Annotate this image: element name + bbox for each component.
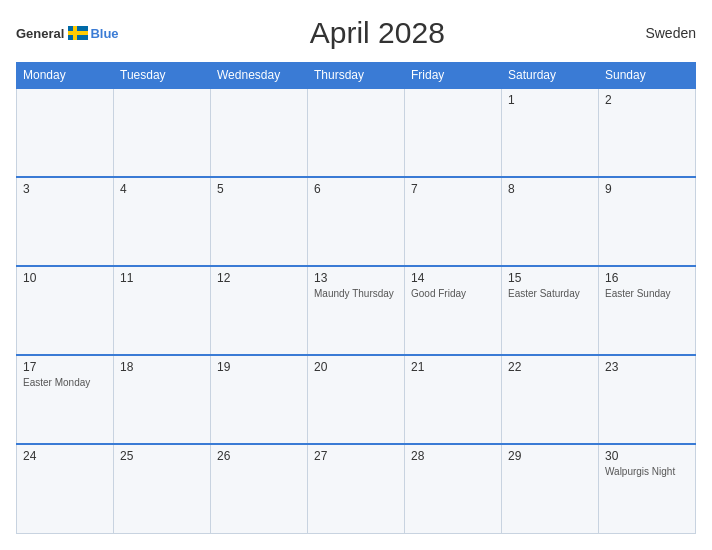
holiday-name: Easter Monday bbox=[23, 376, 107, 389]
country-label: Sweden bbox=[636, 25, 696, 41]
svg-rect-1 bbox=[68, 31, 88, 35]
week-row-3: 10111213Maundy Thursday14Good Friday15Ea… bbox=[17, 266, 696, 355]
week-row-5: 24252627282930Walpurgis Night bbox=[17, 444, 696, 533]
calendar-cell: 17Easter Monday bbox=[17, 355, 114, 444]
calendar-cell: 20 bbox=[308, 355, 405, 444]
weekday-header-tuesday: Tuesday bbox=[114, 63, 211, 89]
calendar-cell: 22 bbox=[502, 355, 599, 444]
calendar-cell bbox=[114, 88, 211, 177]
calendar-cell: 23 bbox=[599, 355, 696, 444]
calendar-cell: 28 bbox=[405, 444, 502, 533]
weekday-header-sunday: Sunday bbox=[599, 63, 696, 89]
day-number: 8 bbox=[508, 182, 592, 196]
calendar-cell bbox=[211, 88, 308, 177]
holiday-name: Easter Sunday bbox=[605, 287, 689, 300]
week-row-4: 17Easter Monday181920212223 bbox=[17, 355, 696, 444]
day-number: 26 bbox=[217, 449, 301, 463]
day-number: 15 bbox=[508, 271, 592, 285]
day-number: 14 bbox=[411, 271, 495, 285]
holiday-name: Good Friday bbox=[411, 287, 495, 300]
calendar-cell: 5 bbox=[211, 177, 308, 266]
day-number: 27 bbox=[314, 449, 398, 463]
calendar-cell: 18 bbox=[114, 355, 211, 444]
calendar-cell: 26 bbox=[211, 444, 308, 533]
calendar-cell: 1 bbox=[502, 88, 599, 177]
calendar-cell: 30Walpurgis Night bbox=[599, 444, 696, 533]
day-number: 10 bbox=[23, 271, 107, 285]
day-number: 3 bbox=[23, 182, 107, 196]
calendar-cell: 29 bbox=[502, 444, 599, 533]
day-number: 18 bbox=[120, 360, 204, 374]
calendar-cell: 21 bbox=[405, 355, 502, 444]
day-number: 9 bbox=[605, 182, 689, 196]
day-number: 20 bbox=[314, 360, 398, 374]
calendar-cell: 4 bbox=[114, 177, 211, 266]
holiday-name: Walpurgis Night bbox=[605, 465, 689, 478]
day-number: 25 bbox=[120, 449, 204, 463]
calendar-cell: 12 bbox=[211, 266, 308, 355]
calendar-cell: 27 bbox=[308, 444, 405, 533]
logo-blue-text: Blue bbox=[90, 26, 118, 41]
day-number: 22 bbox=[508, 360, 592, 374]
day-number: 28 bbox=[411, 449, 495, 463]
calendar-cell: 24 bbox=[17, 444, 114, 533]
calendar-cell: 9 bbox=[599, 177, 696, 266]
weekday-header-friday: Friday bbox=[405, 63, 502, 89]
weekday-header-row: MondayTuesdayWednesdayThursdayFridaySatu… bbox=[17, 63, 696, 89]
calendar-cell: 6 bbox=[308, 177, 405, 266]
week-row-1: 12 bbox=[17, 88, 696, 177]
calendar-cell bbox=[17, 88, 114, 177]
calendar-table: MondayTuesdayWednesdayThursdayFridaySatu… bbox=[16, 62, 696, 534]
calendar-cell: 15Easter Saturday bbox=[502, 266, 599, 355]
calendar-cell: 11 bbox=[114, 266, 211, 355]
calendar-cell: 10 bbox=[17, 266, 114, 355]
calendar-cell bbox=[405, 88, 502, 177]
weekday-header-thursday: Thursday bbox=[308, 63, 405, 89]
day-number: 4 bbox=[120, 182, 204, 196]
day-number: 16 bbox=[605, 271, 689, 285]
day-number: 1 bbox=[508, 93, 592, 107]
day-number: 24 bbox=[23, 449, 107, 463]
weekday-header-monday: Monday bbox=[17, 63, 114, 89]
day-number: 6 bbox=[314, 182, 398, 196]
day-number: 11 bbox=[120, 271, 204, 285]
logo: General Blue bbox=[16, 26, 119, 41]
day-number: 13 bbox=[314, 271, 398, 285]
logo-general-text: General bbox=[16, 26, 64, 41]
day-number: 12 bbox=[217, 271, 301, 285]
weekday-header-wednesday: Wednesday bbox=[211, 63, 308, 89]
day-number: 7 bbox=[411, 182, 495, 196]
day-number: 19 bbox=[217, 360, 301, 374]
day-number: 17 bbox=[23, 360, 107, 374]
page-header: General Blue April 2028 Sweden bbox=[16, 16, 696, 50]
day-number: 21 bbox=[411, 360, 495, 374]
day-number: 29 bbox=[508, 449, 592, 463]
day-number: 23 bbox=[605, 360, 689, 374]
day-number: 2 bbox=[605, 93, 689, 107]
weekday-header-saturday: Saturday bbox=[502, 63, 599, 89]
calendar-title: April 2028 bbox=[119, 16, 636, 50]
logo-flag-icon bbox=[68, 26, 88, 40]
calendar-cell: 7 bbox=[405, 177, 502, 266]
calendar-cell: 13Maundy Thursday bbox=[308, 266, 405, 355]
calendar-cell bbox=[308, 88, 405, 177]
calendar-cell: 14Good Friday bbox=[405, 266, 502, 355]
calendar-cell: 25 bbox=[114, 444, 211, 533]
calendar-cell: 19 bbox=[211, 355, 308, 444]
calendar-cell: 16Easter Sunday bbox=[599, 266, 696, 355]
day-number: 5 bbox=[217, 182, 301, 196]
day-number: 30 bbox=[605, 449, 689, 463]
calendar-cell: 8 bbox=[502, 177, 599, 266]
week-row-2: 3456789 bbox=[17, 177, 696, 266]
svg-rect-2 bbox=[73, 26, 77, 40]
holiday-name: Easter Saturday bbox=[508, 287, 592, 300]
holiday-name: Maundy Thursday bbox=[314, 287, 398, 300]
calendar-cell: 3 bbox=[17, 177, 114, 266]
calendar-cell: 2 bbox=[599, 88, 696, 177]
